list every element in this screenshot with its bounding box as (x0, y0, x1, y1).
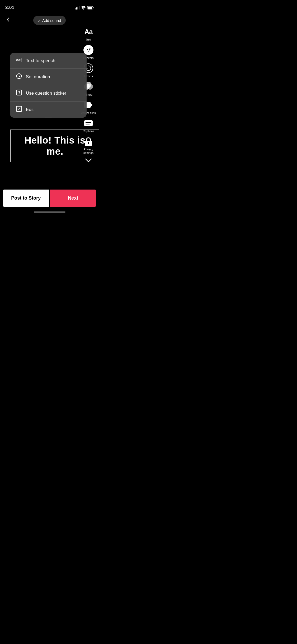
menu-item-set-duration[interactable]: Set duration (10, 69, 87, 85)
text-overlay[interactable]: Hello! This is me. (10, 130, 99, 162)
status-icons (75, 6, 94, 10)
svg-rect-16 (86, 124, 90, 125)
svg-rect-15 (86, 122, 91, 123)
text-overlay-content: Hello! This is me. (16, 135, 93, 157)
sidebar-label-text: Text (86, 38, 91, 42)
edit-icon (16, 106, 22, 113)
text-to-speech-icon: Aa (16, 57, 22, 64)
text-icon: Aa (83, 26, 94, 37)
menu-label-edit: Edit (26, 107, 34, 112)
next-button[interactable]: Next (50, 190, 97, 207)
menu-label-use-question-sticker: Use question sticker (26, 91, 66, 96)
status-bar: 3:01 (0, 0, 99, 12)
set-duration-icon (16, 73, 22, 80)
captions-icon (83, 118, 94, 128)
svg-text:Aa: Aa (16, 58, 20, 62)
svg-point-6 (89, 48, 91, 50)
status-time: 3:01 (5, 5, 14, 10)
svg-line-25 (20, 108, 20, 108)
sidebar-item-text[interactable]: Aa Text (81, 26, 96, 42)
wifi-icon (81, 6, 86, 10)
add-sound-button[interactable]: ♪ Add sound (33, 16, 66, 25)
question-sticker-icon: ? (16, 90, 22, 97)
top-controls: ♪ Add sound (0, 12, 99, 25)
menu-label-text-to-speech: Text-to-speech (26, 58, 55, 63)
svg-rect-13 (91, 103, 91, 107)
context-menu: Aa Text-to-speech Set duration ? Use que… (10, 53, 87, 118)
add-sound-label: Add sound (42, 18, 61, 23)
music-note-icon: ♪ (38, 18, 40, 23)
menu-item-text-to-speech[interactable]: Aa Text-to-speech (10, 53, 87, 69)
signal-icon (75, 6, 79, 10)
menu-label-set-duration: Set duration (26, 74, 50, 80)
svg-point-4 (87, 49, 88, 50)
bottom-buttons: Post to Story Next (0, 190, 99, 207)
post-to-story-button[interactable]: Post to Story (3, 190, 49, 207)
svg-rect-2 (93, 7, 94, 8)
menu-item-edit[interactable]: Edit (10, 102, 87, 118)
svg-point-3 (86, 47, 91, 53)
home-indicator (34, 211, 65, 213)
svg-text:?: ? (18, 90, 21, 95)
back-button[interactable] (5, 17, 14, 24)
battery-icon (87, 6, 94, 10)
svg-rect-14 (84, 120, 93, 126)
svg-rect-1 (88, 7, 92, 9)
menu-item-use-question-sticker[interactable]: ? Use question sticker (10, 85, 87, 102)
